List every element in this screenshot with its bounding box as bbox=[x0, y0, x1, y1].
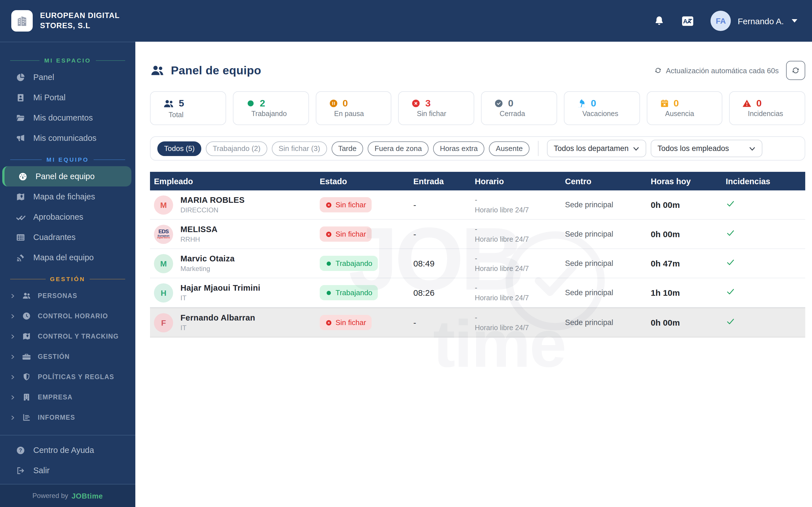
sidebar-item-label: Mapa de fichajes bbox=[33, 192, 95, 201]
double-check-icon bbox=[16, 212, 26, 222]
sidebar-item-panel-de-equipo[interactable]: Panel de equipo bbox=[2, 166, 132, 186]
stat-value: 3 bbox=[425, 99, 431, 108]
column-header-centro: Centro bbox=[565, 177, 651, 186]
entrada-cell: 08:49 bbox=[413, 259, 475, 268]
sidebar-item-label: Panel de equipo bbox=[36, 172, 95, 181]
stat-value: 0 bbox=[508, 99, 513, 108]
table-row-marvic-otaiza[interactable]: M Marvic Otaiza Marketing Trabajando 08:… bbox=[150, 249, 805, 278]
status-cell: Sin fichar bbox=[320, 226, 413, 242]
incidencias-cell bbox=[726, 258, 805, 269]
table-row-fernando-albarran[interactable]: F Fernando Albarran IT Sin fichar - -Hor… bbox=[150, 307, 805, 337]
stat-label: Vacaciones bbox=[582, 110, 640, 118]
translate-icon[interactable]: A bbox=[681, 14, 695, 28]
sidebar-item-label: Mi Portal bbox=[33, 93, 65, 102]
sidebar-item-mi-portal[interactable]: Mi Portal bbox=[0, 87, 135, 108]
sidebar: MI ESPACIO Panel Mi Portal Mis documento… bbox=[0, 42, 135, 507]
entrada-cell: 08:26 bbox=[413, 288, 475, 297]
table-row-melissa[interactable]: EDSEuropeanDigital Stores MELISSA RRHH S… bbox=[150, 220, 805, 249]
select-value: Todos los empleados bbox=[658, 144, 729, 153]
employee-dept: IT bbox=[181, 294, 260, 302]
status-badge: Trabajando bbox=[320, 285, 378, 300]
status-cell: Trabajando bbox=[320, 256, 413, 271]
dot-icon bbox=[325, 260, 332, 267]
pie-chart-icon bbox=[16, 72, 26, 82]
refresh-button[interactable] bbox=[786, 61, 805, 80]
filter-pill-horas-extra[interactable]: Horas extra bbox=[433, 141, 485, 156]
sidebar-item-salir[interactable]: Salir bbox=[0, 460, 135, 481]
sidebar-item-informes[interactable]: INFORMES bbox=[0, 407, 135, 428]
sidebar-item-mis-comunicados[interactable]: Mis comunicados bbox=[0, 128, 135, 148]
user-menu[interactable]: FA Fernando A. bbox=[711, 11, 797, 31]
filter-pill-ausente[interactable]: Ausente bbox=[489, 141, 529, 156]
sidebar-item-label: Panel bbox=[33, 73, 54, 82]
powered-by-prefix: Powered by bbox=[33, 492, 68, 500]
select-employees[interactable]: Todos los empleados bbox=[651, 140, 762, 157]
stat-value: 0 bbox=[673, 99, 679, 108]
entrada-cell: - bbox=[413, 200, 475, 210]
sidebar-item-cuadrantes[interactable]: Cuadrantes bbox=[0, 227, 135, 247]
sidebar-item-mapa-de-fichajes[interactable]: Mapa de fichajes bbox=[0, 186, 135, 207]
stat-label: En pausa bbox=[334, 110, 391, 118]
stat-card-cerrada: 0 Cerrada bbox=[481, 91, 557, 125]
sidebar-item-control-y-tracking[interactable]: CONTROL Y TRACKING bbox=[0, 326, 135, 346]
filter-pill-sin-fichar-3[interactable]: Sin fichar (3) bbox=[272, 141, 327, 156]
x-circle-icon bbox=[325, 231, 332, 237]
app-root: EUROPEAN DIGITAL STORES, S.L A FA Fernan… bbox=[0, 0, 812, 507]
table-row-hajar-mjaoui-trimini[interactable]: H Hajar Mjaoui Trimini IT Trabajando 08:… bbox=[150, 278, 805, 307]
avatar: F bbox=[154, 313, 173, 332]
sidebar-item-mapa-del-equipo[interactable]: Mapa del equipo bbox=[0, 247, 135, 268]
sidebar-sections: MI ESPACIO Panel Mi Portal Mis documento… bbox=[0, 42, 135, 435]
chevron-down-icon bbox=[792, 19, 797, 22]
sidebar-item-empresa[interactable]: EMPRESA bbox=[0, 387, 135, 407]
sidebar-item-label: Cuadrantes bbox=[33, 233, 75, 242]
top-navbar: EUROPEAN DIGITAL STORES, S.L A FA Fernan… bbox=[0, 0, 812, 42]
horas-cell: 1h 10m bbox=[651, 288, 726, 297]
stat-label: Total bbox=[168, 111, 225, 119]
team-table: EmpleadoEstadoEntradaHorarioCentroHoras … bbox=[150, 172, 805, 337]
powered-by: Powered by JOBtime bbox=[0, 484, 135, 507]
stat-label: Incidencias bbox=[748, 110, 805, 118]
table-row-maria-robles[interactable]: M MARIA ROBLES DIRECCION Sin fichar - -H… bbox=[150, 190, 805, 220]
sidebar-item-personas[interactable]: PERSONAS bbox=[0, 286, 135, 306]
employee-name: Fernando Albarran bbox=[181, 313, 255, 322]
employee-cell: H Hajar Mjaoui Trimini IT bbox=[150, 283, 320, 302]
map-icon bbox=[22, 332, 31, 341]
column-header-horas-hoy: Horas hoy bbox=[651, 177, 726, 186]
employee-name: MELISSA bbox=[181, 225, 218, 234]
horario-cell: -Horario libre 24/7 bbox=[475, 225, 565, 243]
status-cell: Sin fichar bbox=[320, 315, 413, 330]
sidebar-item-gestion[interactable]: GESTIÓN bbox=[0, 346, 135, 367]
status-cell: Trabajando bbox=[320, 285, 413, 300]
select-departments[interactable]: Todos los departamen bbox=[547, 140, 646, 157]
sidebar-item-aprobaciones[interactable]: Aprobaciones bbox=[0, 207, 135, 227]
sidebar-item-politicas-y-reglas[interactable]: POLÍTICAS Y REGLAS bbox=[0, 367, 135, 387]
filter-pill-trabajando-2[interactable]: Trabajando (2) bbox=[206, 141, 267, 156]
filter-pill-todos-5[interactable]: Todos (5) bbox=[157, 141, 201, 156]
centro-cell: Sede principal bbox=[565, 201, 651, 209]
employee-cell: M MARIA ROBLES DIRECCION bbox=[150, 195, 320, 214]
user-name: Fernando A. bbox=[738, 16, 784, 25]
filter-pill-fuera-de-zona[interactable]: Fuera de zona bbox=[368, 141, 428, 156]
dot-icon bbox=[325, 289, 332, 296]
status-cell: Sin fichar bbox=[320, 197, 413, 212]
sidebar-item-panel[interactable]: Panel bbox=[0, 67, 135, 87]
grid-icon bbox=[16, 232, 26, 242]
column-header-empleado: Empleado bbox=[150, 177, 320, 186]
stat-card-total: 5 Total bbox=[150, 91, 226, 125]
shield-icon bbox=[22, 372, 31, 381]
divider bbox=[538, 141, 539, 156]
navbar-actions: A FA Fernando A. bbox=[654, 11, 797, 31]
bell-icon[interactable] bbox=[654, 15, 665, 26]
employee-cell: M Marvic Otaiza Marketing bbox=[150, 254, 320, 273]
sidebar-footer: ?Centro de Ayuda Salir bbox=[0, 435, 135, 484]
status-badge: Trabajando bbox=[320, 256, 378, 271]
sidebar-item-mis-documentos[interactable]: Mis documentos bbox=[0, 108, 135, 128]
sidebar-item-control-horario[interactable]: CONTROL HORARIO bbox=[0, 306, 135, 326]
employee-name: Hajar Mjaoui Trimini bbox=[181, 283, 260, 292]
stat-value: 2 bbox=[260, 99, 265, 108]
refresh-icon bbox=[654, 66, 662, 74]
beach-umbrella-icon bbox=[577, 99, 587, 108]
check-icon bbox=[726, 199, 735, 209]
filter-pill-tarde[interactable]: Tarde bbox=[331, 141, 363, 156]
sidebar-item-centro-de-ayuda[interactable]: ?Centro de Ayuda bbox=[0, 440, 135, 460]
